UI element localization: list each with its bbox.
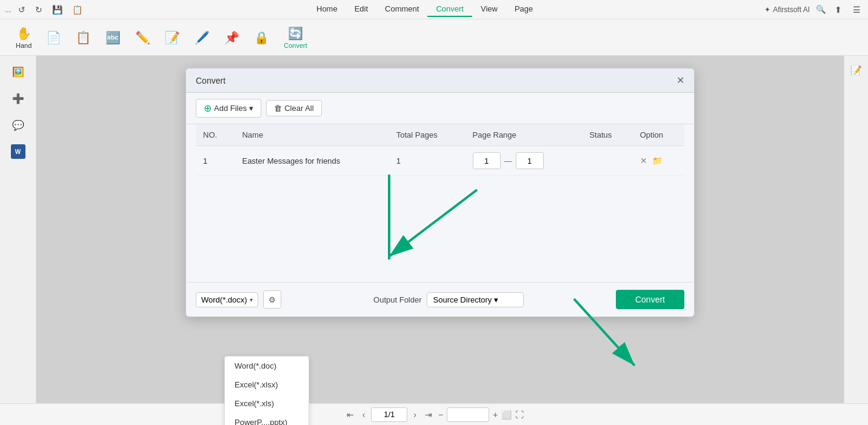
toolbar-tool-4[interactable]: ✏️ [129, 28, 156, 47]
nav-view[interactable]: View [472, 2, 506, 17]
col-total-pages: Total Pages [389, 124, 466, 146]
main-toolbar: ✋ Hand 📄 📋 🔤 ✏️ 📝 🖊️ 📌 🔒 🔄 Convert [0, 19, 868, 56]
nav-page[interactable]: Page [506, 2, 541, 17]
clear-all-label: Clear All [284, 104, 313, 113]
table-header: NO. Name Total Pages Page Range Status O… [196, 124, 684, 146]
zoom-input[interactable]: 42.49% [447, 407, 489, 422]
menu-btn[interactable]: ☰ [850, 4, 863, 16]
zoom-out-button[interactable]: − [438, 410, 443, 420]
add-files-label: Add Files [214, 104, 247, 113]
format-dropdown-menu: Word(*.doc) Excel(*.xlsx) Excel(*.xls) P… [224, 356, 309, 425]
nav-home[interactable]: Home [308, 2, 346, 17]
undo-btn[interactable]: ↺ [16, 4, 28, 16]
add-files-button[interactable]: ⊕ Add Files ▾ [196, 99, 261, 118]
output-folder-select[interactable]: Source Directory ▾ [427, 292, 524, 307]
main-area: 🖼️ ➕ 💬 W Convert ✕ ⊕ Add Files ▾ [0, 56, 868, 403]
redo-btn[interactable]: ↻ [33, 4, 45, 16]
fit-page-button[interactable]: ⬜ [501, 410, 512, 420]
left-panel-add[interactable]: ➕ [7, 87, 29, 109]
main-navigation: Home Edit Comment Convert View Page [92, 2, 757, 17]
left-panel: 🖼️ ➕ 💬 W [0, 56, 36, 403]
format-section: Word(*.docx) ▾ ⚙ [196, 290, 281, 309]
option-folder-button[interactable]: 📁 [652, 156, 663, 166]
convert-toolbar-label: Convert [284, 42, 307, 49]
table-row: 1 Easter Messages for friends 1 — [196, 146, 684, 176]
last-page-button[interactable]: ⇥ [422, 409, 435, 421]
menu-dots[interactable]: ... [5, 5, 11, 14]
col-name: Name [235, 124, 389, 146]
format-label: Word(*.docx) [201, 295, 247, 304]
col-status: Status [582, 124, 632, 146]
dropdown-item-excel-xlsx[interactable]: Excel(*.xlsx) [225, 375, 309, 394]
document-content: Convert ✕ ⊕ Add Files ▾ 🗑 Clear All [36, 56, 844, 403]
nav-convert[interactable]: Convert [427, 2, 472, 17]
topbar-right: ✦ Afirstsoft AI 🔍 ⬆ ☰ [764, 4, 863, 16]
tool8-icon: 🔒 [254, 30, 269, 45]
window-controls: ... ↺ ↻ 💾 📋 [5, 4, 85, 16]
right-panel-text[interactable]: 📝 [847, 61, 866, 80]
tool5-icon: 📝 [165, 30, 180, 45]
convert-button[interactable]: Convert [616, 290, 684, 309]
hand-icon: ✋ [16, 26, 32, 41]
toolbar-tool-3[interactable]: 🔤 [99, 28, 127, 47]
upload-btn[interactable]: ⬆ [832, 4, 844, 16]
toolbar-tool-8[interactable]: 🔒 [248, 28, 275, 47]
toolbar-tool-1[interactable]: 📄 [40, 28, 67, 47]
page-number-input[interactable] [371, 407, 407, 422]
dialog-overlay: Convert ✕ ⊕ Add Files ▾ 🗑 Clear All [36, 56, 844, 403]
save-btn[interactable]: 💾 [50, 4, 65, 16]
plus-icon: ⊕ [204, 102, 212, 114]
nav-edit[interactable]: Edit [346, 2, 376, 17]
toolbar-tool-7[interactable]: 📌 [218, 28, 245, 47]
range-from-input[interactable] [473, 152, 501, 169]
tool1-icon: 📄 [46, 30, 61, 45]
dropdown-item-word-doc[interactable]: Word(*.doc) [225, 356, 309, 375]
expand-button[interactable]: ⛶ [515, 410, 524, 420]
search-button[interactable]: 🔍 [816, 5, 826, 14]
dialog-toolbar: ⊕ Add Files ▾ 🗑 Clear All [186, 93, 694, 124]
col-no: NO. [196, 124, 235, 146]
toolbar-convert[interactable]: 🔄 Convert [278, 24, 313, 52]
convert-toolbar-icon: 🔄 [288, 26, 303, 41]
output-section: Output Folder Source Directory ▾ [373, 292, 524, 307]
tool6-icon: 🖊️ [195, 30, 210, 45]
dropdown-item-excel-xls[interactable]: Excel(*.xls) [225, 394, 309, 413]
prev-page-button[interactable]: ‹ [360, 409, 368, 421]
col-option: Option [633, 124, 684, 146]
add-files-dropdown-icon: ▾ [249, 104, 253, 113]
cell-status [582, 146, 632, 176]
dropdown-item-pptx[interactable]: PowerP....pptx) [225, 413, 309, 425]
cell-no: 1 [196, 146, 235, 176]
output-folder-label: Output Folder [373, 295, 422, 304]
first-page-button[interactable]: ⇤ [344, 409, 356, 421]
copy-btn[interactable]: 📋 [70, 4, 85, 16]
zoom-in-button[interactable]: + [493, 410, 498, 420]
range-to-input[interactable] [516, 152, 544, 169]
format-dropdown-icon: ▾ [250, 296, 253, 303]
toolbar-tool-2[interactable]: 📋 [70, 28, 97, 47]
left-panel-comment[interactable]: 💬 [7, 114, 29, 136]
cell-option: ✕ 📁 [633, 146, 684, 176]
nav-comment[interactable]: Comment [376, 2, 427, 17]
option-clear-button[interactable]: ✕ [640, 156, 647, 166]
toolbar-tool-6[interactable]: 🖊️ [189, 28, 216, 47]
left-panel-image[interactable]: 🖼️ [7, 61, 29, 82]
dialog-title: Convert [196, 76, 225, 85]
file-table: NO. Name Total Pages Page Range Status O… [196, 124, 684, 176]
clear-all-button[interactable]: 🗑 Clear All [266, 100, 321, 116]
format-select-button[interactable]: Word(*.docx) ▾ [196, 292, 258, 307]
file-table-container: NO. Name Total Pages Page Range Status O… [186, 124, 694, 282]
next-page-button[interactable]: › [411, 409, 419, 421]
tool2-icon: 📋 [76, 30, 91, 45]
cell-page-range: — [466, 146, 583, 176]
toolbar-tool-5[interactable]: 📝 [159, 28, 186, 47]
settings-button[interactable]: ⚙ [263, 290, 281, 309]
tool4-icon: ✏️ [135, 30, 150, 45]
right-panel: 📝 [844, 56, 868, 403]
toolbar-hand[interactable]: ✋ Hand [10, 24, 38, 52]
left-panel-word[interactable]: W [7, 141, 29, 162]
cell-name: Easter Messages for friends [235, 146, 389, 176]
convert-dialog: Convert ✕ ⊕ Add Files ▾ 🗑 Clear All [185, 68, 695, 317]
dialog-bottom: Word(*.docx) ▾ ⚙ Output Folder Source Di… [186, 282, 694, 316]
dialog-close-button[interactable]: ✕ [676, 75, 684, 86]
